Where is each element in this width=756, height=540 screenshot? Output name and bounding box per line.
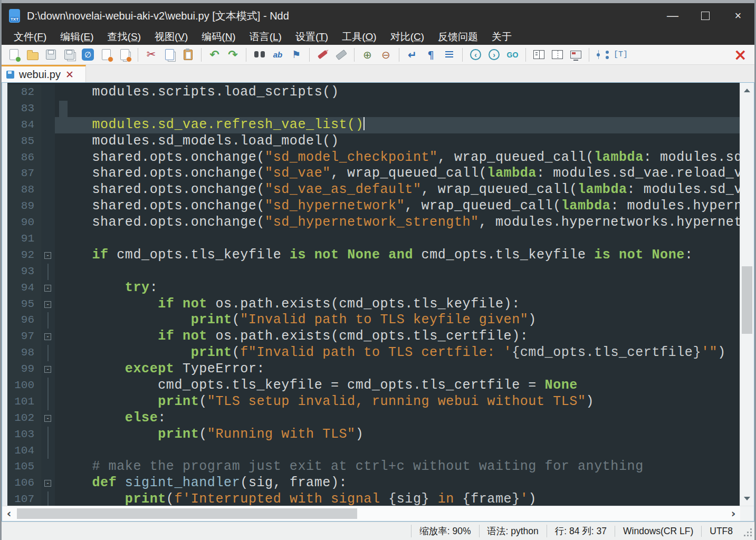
- split-view-button[interactable]: [530, 47, 548, 62]
- vertical-scrollbar-thumb[interactable]: [742, 266, 752, 334]
- reload-file-button[interactable]: ∅: [79, 47, 97, 62]
- fold-margin: [41, 443, 55, 459]
- save-file-button[interactable]: [42, 47, 60, 62]
- tab-label: webui.py: [19, 69, 61, 81]
- window-controls: — ×: [656, 3, 754, 28]
- code-line-90: 90 shared.opts.onchange("sd_hypernetwork…: [7, 215, 740, 231]
- tab-webui-py[interactable]: webui.py ✕: [2, 65, 86, 82]
- code-text: shared.opts.onchange("sd_model_checkpoin…: [55, 150, 740, 166]
- paragraph-marks-button[interactable]: ¶: [422, 47, 440, 62]
- code-text: except TypeError:: [55, 361, 740, 378]
- new-file-button[interactable]: [5, 47, 23, 62]
- zoom-in-button[interactable]: ⊕: [358, 47, 377, 62]
- find-icon: [254, 51, 265, 58]
- line-number: 97: [7, 329, 41, 345]
- app-file-icon: TXT: [9, 9, 20, 23]
- fold-toggle[interactable]: -: [41, 410, 55, 427]
- minimize-button[interactable]: —: [656, 3, 689, 28]
- tab-close-icon[interactable]: ✕: [65, 70, 74, 80]
- code-line-99: 99- except TypeError:: [7, 361, 740, 378]
- monitor-button[interactable]: [567, 47, 585, 62]
- line-number: 86: [7, 150, 41, 166]
- menu-item-工具O[interactable]: 工具(O): [335, 30, 383, 44]
- fold-collapse-icon[interactable]: -: [44, 415, 51, 422]
- redo-button[interactable]: ↷: [224, 47, 242, 62]
- undo-button[interactable]: ↶: [205, 47, 224, 62]
- cut-button[interactable]: ✂: [142, 47, 160, 62]
- zoom-out-button[interactable]: ⊖: [377, 47, 395, 62]
- line-number: 95: [7, 296, 41, 313]
- scroll-right-button[interactable]: ›: [726, 507, 740, 520]
- goto-button[interactable]: GO: [503, 47, 522, 62]
- code-line-97: 97- if not os.path.exists(cmd_opts.tls_c…: [7, 329, 740, 345]
- fold-toggle[interactable]: -: [41, 475, 55, 491]
- horizontal-scrollbar[interactable]: ‹ ›: [2, 506, 754, 521]
- code-viewport[interactable]: 82 modules.scripts.load_scripts()8384 mo…: [7, 83, 740, 506]
- selection-stub: [59, 101, 68, 117]
- close-file-button[interactable]: [97, 47, 116, 62]
- fold-margin: [41, 378, 55, 394]
- menu-item-反馈问题[interactable]: 反馈问题: [431, 30, 485, 44]
- fold-toggle[interactable]: -: [41, 329, 55, 345]
- highlight-marker-button[interactable]: [313, 47, 332, 62]
- function-tree-button[interactable]: [593, 47, 611, 62]
- close-all-icon: [120, 49, 129, 60]
- toolbar-separator: [589, 48, 589, 62]
- menu-item-编辑E[interactable]: 编辑(E): [53, 30, 100, 44]
- menu-item-视图V[interactable]: 视图(V): [148, 30, 195, 44]
- save-all-icon: [64, 50, 74, 60]
- line-number: 91: [7, 231, 41, 247]
- code-line-103: 103 print("Running with TLS"): [7, 427, 740, 443]
- fold-collapse-icon[interactable]: -: [44, 366, 51, 373]
- fold-collapse-icon[interactable]: -: [44, 252, 51, 259]
- fold-toggle[interactable]: -: [41, 247, 55, 264]
- fold-toggle[interactable]: -: [41, 296, 55, 313]
- fold-collapse-icon[interactable]: -: [44, 301, 51, 308]
- toolbar-group-9: [530, 47, 585, 62]
- menu-item-文件F[interactable]: 文件(F): [7, 30, 53, 44]
- close-button[interactable]: ×: [722, 3, 754, 28]
- fold-margin: [41, 198, 55, 215]
- nav-back-button[interactable]: ‹: [466, 47, 485, 62]
- menu-item-语言L[interactable]: 语言(L): [243, 30, 289, 44]
- menu-item-关于[interactable]: 关于: [485, 30, 519, 44]
- toolbar-close-button[interactable]: ×: [734, 47, 747, 63]
- scroll-up-button[interactable]: [740, 84, 754, 97]
- code-line-106: 106- def sigint_handler(sig, frame):: [7, 475, 740, 491]
- bookmark-button[interactable]: ⚑: [287, 47, 305, 62]
- fold-collapse-icon[interactable]: -: [44, 480, 51, 487]
- fold-collapse-icon[interactable]: -: [44, 333, 51, 340]
- menu-item-编码N[interactable]: 编码(N): [195, 30, 242, 44]
- fold-collapse-icon[interactable]: -: [44, 285, 51, 292]
- status-eol-format: Windows(CR LF): [615, 526, 701, 537]
- save-all-button[interactable]: [60, 47, 79, 62]
- menu-item-对比C[interactable]: 对比(C): [384, 30, 431, 44]
- paste-button[interactable]: [179, 47, 197, 62]
- copy-button[interactable]: [160, 47, 179, 62]
- find-button[interactable]: [250, 47, 269, 62]
- scroll-left-button[interactable]: ‹: [2, 507, 16, 520]
- menu-item-查找S[interactable]: 查找(S): [101, 30, 148, 44]
- code-text: if not os.path.exists(cmd_opts.tls_certf…: [55, 329, 740, 345]
- vertical-scrollbar[interactable]: [740, 83, 754, 506]
- word-wrap-button[interactable]: ↵: [403, 47, 422, 62]
- indent-guides-button[interactable]: [440, 47, 458, 62]
- horizontal-scrollbar-track[interactable]: [16, 506, 726, 521]
- replace-button[interactable]: ab: [269, 47, 287, 62]
- open-file-button[interactable]: [23, 47, 42, 62]
- tab-bar: webui.py ✕: [2, 65, 754, 82]
- replace-icon: ab: [273, 50, 283, 59]
- clear-marker-button[interactable]: [332, 47, 350, 62]
- code-text: modules.sd_models.load_model(): [55, 133, 740, 150]
- nav-forward-button[interactable]: ›: [485, 47, 503, 62]
- fold-toggle[interactable]: -: [41, 361, 55, 378]
- horizontal-scrollbar-thumb[interactable]: [17, 508, 357, 519]
- split-view-dotted-button[interactable]: [548, 47, 567, 62]
- scroll-down-button[interactable]: [740, 492, 754, 505]
- fold-toggle[interactable]: -: [41, 280, 55, 296]
- maximize-button[interactable]: [689, 3, 722, 28]
- resize-grip[interactable]: [744, 528, 752, 537]
- close-all-button[interactable]: [116, 47, 134, 62]
- menu-item-设置T[interactable]: 设置(T): [289, 30, 335, 44]
- text-mode-button[interactable]: [T]: [611, 47, 630, 62]
